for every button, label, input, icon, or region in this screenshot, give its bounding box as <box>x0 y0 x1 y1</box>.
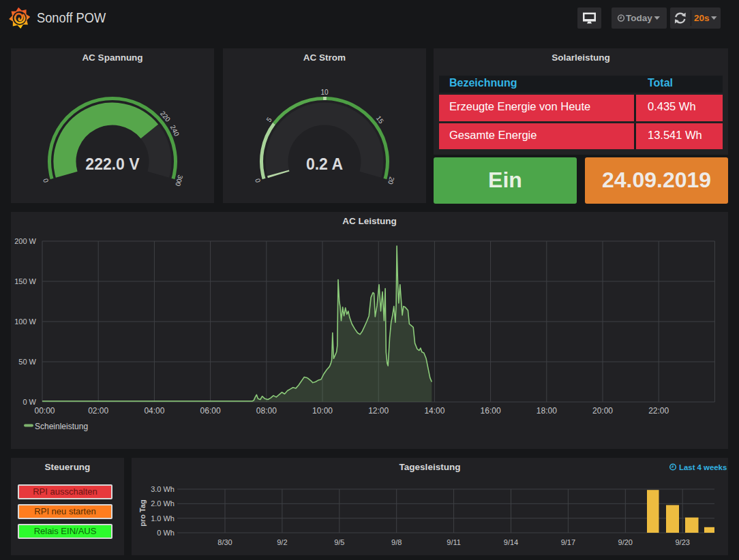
svg-text:12:00: 12:00 <box>368 406 389 416</box>
svg-text:50 W: 50 W <box>18 358 36 366</box>
svg-text:0 W: 0 W <box>22 398 36 406</box>
svg-text:10:00: 10:00 <box>312 406 333 416</box>
svg-text:1.0 Wh: 1.0 Wh <box>151 514 175 523</box>
svg-text:02:00: 02:00 <box>88 406 108 416</box>
svg-text:20:00: 20:00 <box>592 406 613 416</box>
svg-text:3.0 Wh: 3.0 Wh <box>151 485 175 493</box>
svg-text:20s: 20s <box>694 13 710 23</box>
svg-text:9/5: 9/5 <box>334 538 344 546</box>
svg-text:10: 10 <box>320 89 329 96</box>
svg-text:0 Wh: 0 Wh <box>157 529 175 537</box>
svg-text:Scheinleistung: Scheinleistung <box>35 422 88 431</box>
svg-text:5: 5 <box>265 116 273 123</box>
svg-text:06:00: 06:00 <box>200 406 221 416</box>
svg-text:8/30: 8/30 <box>217 538 232 546</box>
svg-text:18:00: 18:00 <box>537 406 557 416</box>
svg-text:20: 20 <box>387 176 396 185</box>
svg-text:200 W: 200 W <box>14 237 36 245</box>
svg-text:0: 0 <box>42 177 50 183</box>
svg-text:08:00: 08:00 <box>256 406 277 416</box>
svg-text:9/23: 9/23 <box>675 538 689 546</box>
svg-text:222.0 V: 222.0 V <box>85 155 140 173</box>
svg-text:9/2: 9/2 <box>277 538 287 546</box>
svg-text:9/11: 9/11 <box>447 538 461 546</box>
svg-text:00:00: 00:00 <box>34 406 55 416</box>
svg-text:0: 0 <box>254 177 262 183</box>
svg-text:pro Tag: pro Tag <box>138 499 147 527</box>
svg-text:9/8: 9/8 <box>391 538 402 546</box>
svg-text:22:00: 22:00 <box>648 406 669 416</box>
svg-text:9/17: 9/17 <box>561 538 575 546</box>
svg-text:9/20: 9/20 <box>618 538 633 546</box>
svg-text:0.2 A: 0.2 A <box>306 155 343 173</box>
svg-text:150 W: 150 W <box>14 277 36 285</box>
svg-text:2.0 Wh: 2.0 Wh <box>151 499 175 508</box>
svg-text:100 W: 100 W <box>14 317 36 326</box>
svg-text:Today: Today <box>626 13 652 23</box>
svg-text:14:00: 14:00 <box>424 406 444 416</box>
svg-text:04:00: 04:00 <box>144 406 164 416</box>
svg-text:9/14: 9/14 <box>504 538 518 546</box>
svg-text:16:00: 16:00 <box>481 406 501 416</box>
